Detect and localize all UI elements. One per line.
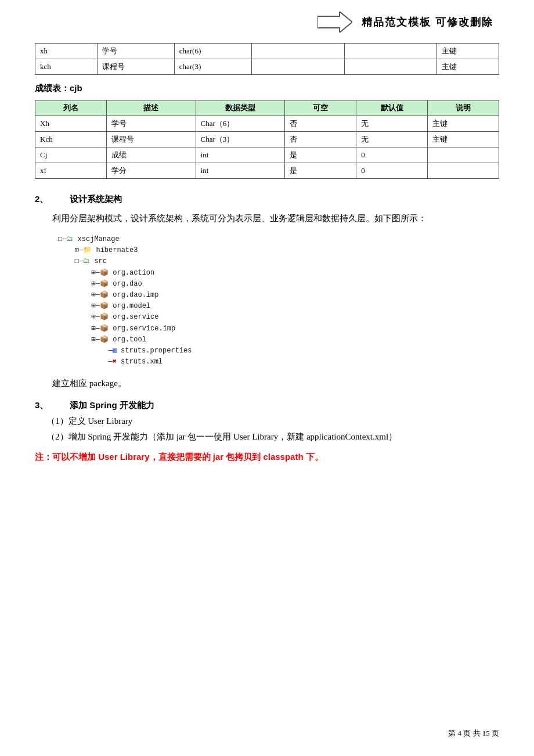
section2-title: 设计系统架构 — [70, 194, 122, 205]
cjb-table-cell: int — [196, 163, 285, 179]
cjb-header-cell: 列名 — [35, 100, 107, 116]
tree-line: ⊞─📦 org.model — [58, 301, 499, 312]
tree-line: ─✖ struts.xml — [58, 357, 499, 368]
top-table-cell: kch — [35, 59, 98, 75]
tree-line: ⊞─📦 org.dao.imp — [58, 290, 499, 301]
cjb-header-cell: 可空 — [285, 100, 356, 116]
cjb-table-cell: Cj — [35, 147, 107, 163]
top-table-cell — [251, 59, 344, 75]
sub-section-1: （1）定义 User Library — [46, 416, 499, 427]
top-table: xh学号char(6)主键kch课程号char(3)主键 — [35, 43, 499, 75]
cjb-table-cell: int — [196, 147, 285, 163]
top-table-cell — [344, 59, 437, 75]
note-text: 注：可以不增加 User Library，直接把需要的 jar 包拷贝到 cla… — [35, 448, 499, 466]
cjb-section-title: 成绩表：cjb — [35, 83, 499, 94]
cjb-table-cell: 否 — [285, 116, 356, 132]
section3-title: 添加 Spring 开发能力 — [70, 400, 154, 411]
cjb-table-cell — [428, 163, 499, 179]
top-table-cell — [344, 44, 437, 59]
cjb-table-cell: 主键 — [428, 116, 499, 132]
top-table-cell: 主键 — [437, 44, 499, 59]
top-table-cell — [251, 44, 344, 59]
architecture-tree: □─🗂 xscjManage ⊞─📁 hibernate3 □─🗂 src ⊞─… — [58, 234, 499, 368]
tree-line: ⊞─📦 org.service — [58, 312, 499, 323]
top-table-cell: xh — [35, 44, 98, 59]
cjb-table-cell: 否 — [285, 132, 356, 147]
cjb-table-cell: 学分 — [106, 163, 196, 179]
sub-section-2: （2）增加 Spring 开发能力（添加 jar 包一一使用 User Libr… — [46, 431, 499, 442]
tree-line: ⊞─📁 hibernate3 — [58, 245, 499, 256]
cjb-table-cell: xf — [35, 163, 107, 179]
cjb-table-cell: 0 — [356, 147, 428, 163]
arrow-icon — [317, 12, 352, 33]
section2-heading: 2、 设计系统架构 — [35, 194, 499, 205]
cjb-table: 列名描述数据类型可空默认值说明 Xh学号Char（6）否无主键Kch课程号Cha… — [35, 100, 499, 179]
header-area: 精品范文模板 可修改删除 — [35, 12, 499, 33]
svg-marker-0 — [317, 12, 352, 33]
cjb-table-cell: Char（6） — [196, 116, 285, 132]
cjb-table-cell: Char（3） — [196, 132, 285, 147]
cjb-table-cell: 0 — [356, 163, 428, 179]
header-title: 精品范文模板 可修改删除 — [362, 15, 493, 29]
cjb-table-cell: 无 — [356, 132, 428, 147]
top-table-cell: char(3) — [174, 59, 251, 75]
cjb-table-cell: Xh — [35, 116, 107, 132]
cjb-table-cell: 成绩 — [106, 147, 196, 163]
tree-line: ⊞─📦 org.tool — [58, 334, 499, 345]
body-text-1: 利用分层架构模式，设计系统架构，系统可分为表示层、业务逻辑层和数据持久层。如下图… — [35, 210, 499, 227]
top-table-cell: 课程号 — [97, 59, 174, 75]
tree-line: □─🗂 src — [58, 256, 499, 267]
tree-line: ─▦ struts.properties — [58, 345, 499, 357]
section2-num: 2、 — [35, 194, 70, 205]
cjb-table-cell: 是 — [285, 163, 356, 179]
cjb-table-cell — [428, 147, 499, 163]
cjb-table-cell: 学号 — [106, 116, 196, 132]
cjb-header-cell: 数据类型 — [196, 100, 285, 116]
top-table-cell: char(6) — [174, 44, 251, 59]
cjb-table-cell: 主键 — [428, 132, 499, 147]
tree-line: ⊞─📦 org.service.imp — [58, 323, 499, 334]
tree-line: □─🗂 xscjManage — [58, 234, 499, 245]
tree-line: ⊞─📦 org.action — [58, 268, 499, 279]
cjb-table-cell: 课程号 — [106, 132, 196, 147]
tree-line: ⊞─📦 org.dao — [58, 279, 499, 290]
cjb-table-cell: 是 — [285, 147, 356, 163]
cjb-header-cell: 默认值 — [356, 100, 428, 116]
top-table-cell: 学号 — [97, 44, 174, 59]
page-number: 第 4 页 共 15 页 — [448, 728, 499, 739]
section3-heading: 3、 添加 Spring 开发能力 — [35, 400, 499, 411]
cjb-header-cell: 描述 — [106, 100, 196, 116]
cjb-table-cell: 无 — [356, 116, 428, 132]
cjb-header-cell: 说明 — [428, 100, 499, 116]
top-table-cell: 主键 — [437, 59, 499, 75]
cjb-table-cell: Kch — [35, 132, 107, 147]
section3-num: 3、 — [35, 400, 70, 411]
body-text-2: 建立相应 package。 — [35, 375, 499, 392]
